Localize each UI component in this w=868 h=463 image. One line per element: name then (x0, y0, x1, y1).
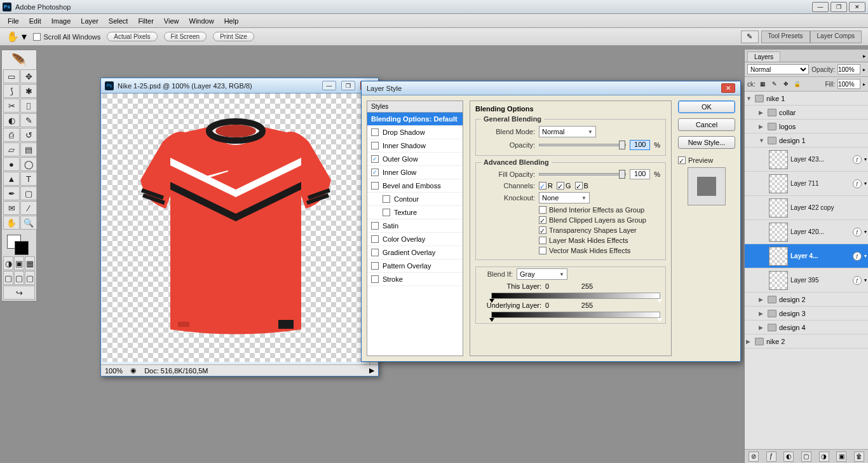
blend-clipped-checkbox[interactable]: ✓Blend Clipped Layers as Group (539, 216, 646, 224)
style-option-contour[interactable]: Contour (367, 193, 463, 206)
jump-to-imageready[interactable]: ↪ (3, 286, 35, 300)
layer-item[interactable]: Layer 711ƒ▾ (745, 172, 868, 196)
print-size-button[interactable]: Print Size (213, 32, 254, 41)
brush-preset-icon[interactable]: ✎ (741, 31, 759, 43)
menu-view[interactable]: View (159, 17, 184, 25)
fit-screen-button[interactable]: Fit Screen (164, 32, 207, 41)
opacity-slider[interactable] (539, 144, 626, 146)
gradient-tool[interactable]: ▤ (20, 142, 37, 156)
style-option-pattern-overlay[interactable]: Pattern Overlay (367, 259, 463, 273)
layer-item[interactable]: Layer 395ƒ▾ (745, 268, 868, 293)
status-arrow-icon[interactable]: ▶ (369, 366, 374, 375)
dialog-titlebar[interactable]: Layer Style ✕ (362, 81, 740, 95)
fill-opacity-field[interactable]: 100 (630, 169, 650, 179)
doc-minimize-button[interactable]: — (322, 81, 336, 90)
fx-icon[interactable]: ƒ (853, 155, 862, 164)
hand-tool[interactable]: ✋ (3, 216, 20, 230)
new-group-icon[interactable]: ▢ (801, 452, 811, 462)
fx-icon[interactable]: ƒ (853, 179, 862, 188)
style-option-inner-shadow[interactable]: Inner Shadow (367, 139, 463, 153)
close-button[interactable]: ✕ (849, 2, 865, 12)
link-layers-icon[interactable]: ⊘ (749, 452, 759, 462)
type-tool[interactable]: T (20, 172, 37, 186)
notes-tool[interactable]: ✉ (3, 201, 20, 215)
menu-image[interactable]: Image (46, 17, 76, 25)
quick-mask-toggle[interactable]: ◑ (3, 256, 13, 270)
layer-group[interactable]: ▶nike 2 (745, 335, 868, 349)
doc-maximize-button[interactable]: ❐ (341, 81, 355, 90)
clone-stamp-tool[interactable]: ⎙ (3, 128, 20, 142)
lock-all-icon[interactable]: 🔒 (794, 80, 801, 88)
layer-group[interactable]: ▶collar (745, 106, 868, 120)
menu-filter[interactable]: Filter (133, 17, 158, 25)
layer-mask-icon[interactable]: ◐ (783, 452, 794, 462)
styles-header[interactable]: Styles (367, 101, 463, 113)
style-option-texture[interactable]: Texture (367, 206, 463, 219)
layer-item[interactable]: Layer 420...ƒ▾ (745, 220, 868, 244)
cancel-button[interactable]: Cancel (678, 118, 735, 131)
magic-wand-tool[interactable]: ✱ (20, 84, 37, 98)
layer-group[interactable]: ▼design 1 (745, 134, 868, 148)
screen-mode-std[interactable]: ▣ (14, 256, 24, 270)
eyedropper-tool[interactable]: ⁄ (20, 201, 37, 215)
ok-button[interactable]: OK (678, 100, 735, 113)
move-tool[interactable]: ✥ (20, 69, 37, 83)
lock-position-icon[interactable]: ✥ (782, 80, 790, 88)
pen-tool[interactable]: ✒ (3, 186, 20, 200)
menu-select[interactable]: Select (104, 17, 133, 25)
channel-r-checkbox[interactable]: ✓R (539, 182, 553, 190)
tool-presets-tab[interactable]: Tool Presets (761, 31, 810, 43)
menu-help[interactable]: Help (219, 17, 244, 25)
layer-item[interactable]: ➡Layer 4...ƒ▾ (745, 244, 868, 268)
fx-icon[interactable]: ƒ (853, 276, 862, 285)
actual-pixels-button[interactable]: Actual Pixels (107, 32, 157, 41)
menu-window[interactable]: Window (184, 17, 219, 25)
delete-layer-icon[interactable]: 🗑 (854, 452, 864, 462)
layer-item[interactable]: Layer 423...ƒ▾ (745, 148, 868, 172)
layer-group[interactable]: ▶logos (745, 120, 868, 134)
layers-tab[interactable]: Layers (747, 52, 780, 62)
layer-group[interactable]: ▶design 2 (745, 293, 868, 307)
style-option-gradient-overlay[interactable]: Gradient Overlay (367, 246, 463, 259)
menu-file[interactable]: File (3, 17, 24, 25)
slice-tool[interactable]: ⌷ (20, 99, 37, 113)
zoom-level[interactable]: 100% (105, 367, 123, 375)
layer-blend-mode-dropdown[interactable]: Normal (747, 64, 809, 74)
opacity-field[interactable]: 100 (630, 140, 650, 150)
lock-transparency-icon[interactable]: ▦ (759, 80, 767, 88)
new-style-button[interactable]: New Style... (678, 136, 735, 149)
crop-tool[interactable]: ✂ (3, 99, 20, 113)
layer-style-icon[interactable]: ƒ (766, 452, 776, 462)
style-option-drop-shadow[interactable]: Drop Shadow (367, 126, 463, 139)
layer-opacity-field[interactable] (837, 64, 860, 74)
menu-layer[interactable]: Layer (76, 17, 104, 25)
blend-if-dropdown[interactable]: Gray▼ (517, 268, 567, 280)
fill-opacity-slider[interactable] (539, 173, 626, 176)
canvas[interactable] (102, 93, 369, 362)
style-option-bevel-and-emboss[interactable]: Bevel and Emboss (367, 179, 463, 193)
channel-g-checkbox[interactable]: ✓G (557, 182, 571, 190)
panel-menu-icon[interactable]: ▸ (860, 52, 868, 60)
zoom-tool[interactable]: 🔍 (20, 216, 37, 230)
layer-group[interactable]: ▼nike 1 (745, 92, 868, 106)
scroll-all-windows-checkbox[interactable]: Scroll All Windows (33, 33, 100, 41)
screen-mode-1[interactable]: ▢ (3, 271, 13, 285)
preview-checkbox[interactable]: ✓Preview (678, 156, 713, 164)
style-option-inner-glow[interactable]: ✓Inner Glow (367, 166, 463, 179)
shape-tool[interactable]: ▢ (20, 186, 37, 200)
screen-mode-3[interactable]: ▢ (25, 271, 35, 285)
minimize-button[interactable]: — (812, 2, 829, 12)
layer-fill-field[interactable] (837, 79, 860, 89)
history-brush-tool[interactable]: ↺ (20, 128, 37, 142)
marquee-tool[interactable]: ▭ (3, 69, 20, 83)
underlying-layer-gradient[interactable] (491, 312, 660, 318)
knockout-dropdown[interactable]: None▼ (539, 192, 590, 204)
transparency-shapes-checkbox[interactable]: ✓Transparency Shapes Layer (539, 226, 637, 234)
screen-mode-max[interactable]: ▦ (25, 256, 35, 270)
eraser-tool[interactable]: ▱ (3, 142, 20, 156)
this-layer-gradient[interactable] (491, 293, 660, 299)
layer-list[interactable]: ▼nike 1▶collar▶logos▼design 1Layer 423..… (745, 92, 868, 449)
style-option-stroke[interactable]: Stroke (367, 273, 463, 286)
new-layer-icon[interactable]: ▣ (836, 452, 846, 462)
fx-icon[interactable]: ƒ (853, 228, 862, 237)
